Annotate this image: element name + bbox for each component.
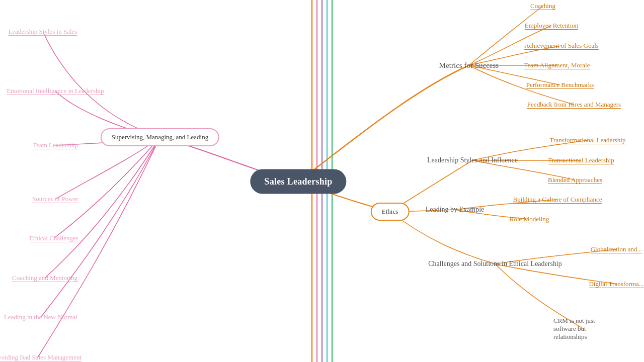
employee-retention-leaf[interactable]: Employee Retention [525,22,579,30]
transactional-leaf[interactable]: Transactional Leadership [548,156,614,164]
coaching-leaf[interactable]: Coaching [530,2,555,10]
sources-power-node[interactable]: Sources of Power [32,195,78,203]
metrics-hub-node[interactable]: Metrics for Success [439,61,499,70]
role-modeling-leaf[interactable]: Role Modeling [510,215,549,223]
ethics-node[interactable]: Ethics [371,203,410,221]
leadership-styles-sales-node[interactable]: Leadership Styles in Sales [9,28,77,36]
achievement-sales-leaf[interactable]: Achievement of Sales Goals [524,42,599,50]
team-alignment-leaf[interactable]: Team Alignment, Morale [524,61,590,69]
bad-sales-management-node[interactable]: Avoiding Bad Sales Management [0,353,82,361]
transformational-leaf[interactable]: Transformational Leadership [550,136,626,144]
coaching-mentoring-node[interactable]: Coaching and Mentoring [12,274,77,282]
crm-node[interactable]: CRM is not just software but relationshi… [553,317,614,341]
leading-by-example-node[interactable]: Leading by Example [426,206,485,214]
challenges-solutions-node[interactable]: Challenges and Solutions in Ethical Lead… [428,260,562,268]
blended-approaches-leaf[interactable]: Blended Approaches [548,176,602,184]
feedback-hires-leaf[interactable]: Feedback from Hires and Managers [527,101,621,109]
team-leadership-node[interactable]: Team Leadership [33,141,78,149]
performance-benchmarks-leaf[interactable]: Performance Benchmarks [526,81,594,89]
ethical-challenges-node[interactable]: Ethical Challenges [29,234,78,242]
central-node[interactable]: Sales Leadership [250,169,346,194]
emotional-intelligence-node[interactable]: Emotional Intelligence in Leadership [7,87,104,95]
supervising-node[interactable]: Supervising, Managing, and Leading [101,128,219,146]
leading-new-normal-node[interactable]: Leading in the New Normal [4,313,77,321]
building-culture-leaf[interactable]: Building a Culture of Compliance [513,196,602,204]
leadership-styles-influence-node[interactable]: Leadership Styles and Influence [427,156,518,164]
globalization-leaf[interactable]: Globalization and... [591,245,642,253]
digital-transform-leaf[interactable]: Digital Transforma... [589,280,643,288]
